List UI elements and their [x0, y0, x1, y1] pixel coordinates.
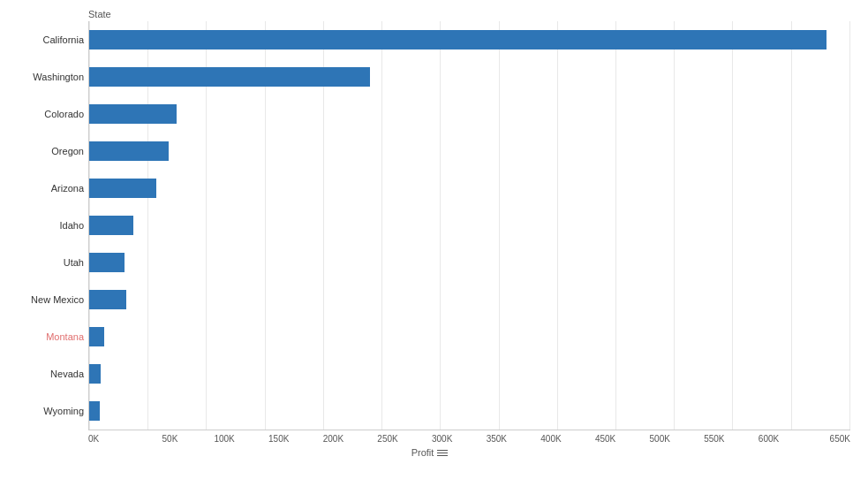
bar: [89, 253, 125, 272]
x-tick-label: 100K: [197, 434, 252, 444]
x-tick-label: 0K: [88, 434, 143, 444]
bar: [89, 104, 177, 124]
x-tick-label: 300K: [415, 434, 470, 444]
x-tick-label: 600K: [742, 434, 796, 444]
bar-row: [89, 174, 850, 202]
y-label: Washington: [9, 72, 84, 82]
x-tick-label: 550K: [687, 434, 742, 444]
bar: [89, 67, 370, 87]
y-label: Utah: [9, 258, 84, 268]
y-label: California: [9, 35, 84, 45]
x-tick-label: 400K: [524, 434, 578, 444]
chart-title: State: [88, 9, 111, 19]
bar-row: [89, 63, 850, 91]
y-label: Wyoming: [9, 407, 84, 416]
x-tick-label: 350K: [469, 434, 524, 444]
chart-title-row: State: [9, 9, 850, 19]
bar: [89, 327, 104, 346]
bar: [89, 179, 156, 198]
y-axis: CaliforniaWashingtonColoradoOregonArizon…: [9, 21, 88, 430]
bar-row: [89, 26, 850, 54]
y-label: Idaho: [9, 221, 84, 231]
x-tick-label: 250K: [360, 434, 415, 444]
x-tick-label: 150K: [252, 434, 306, 444]
bar: [89, 141, 169, 161]
y-label: Oregon: [9, 147, 84, 156]
bar-row: [89, 285, 850, 314]
x-axis-label: Profit: [411, 447, 434, 458]
filter-icon[interactable]: [437, 448, 448, 457]
bar-row: [89, 211, 850, 240]
bar-row: [89, 248, 850, 277]
x-axis: 0K50K100K150K200K250K300K350K400K450K500…: [9, 434, 850, 444]
y-label: Nevada: [9, 369, 84, 379]
bar: [89, 30, 826, 49]
x-tick-label: 50K: [143, 434, 198, 444]
bar: [89, 364, 101, 384]
x-tick-label: 500K: [632, 434, 687, 444]
bars-area: [88, 21, 850, 430]
x-tick-label: 200K: [306, 434, 361, 444]
y-label: New Mexico: [9, 295, 84, 305]
bar-row: [89, 360, 850, 388]
bar-row: [89, 137, 850, 165]
x-tick-label: 650K: [796, 434, 850, 444]
bar: [89, 216, 133, 235]
y-label: Colorado: [9, 110, 84, 119]
bar: [89, 401, 100, 421]
chart-container: State CaliforniaWashingtonColoradoOregon…: [0, 0, 868, 502]
chart-body: CaliforniaWashingtonColoradoOregonArizon…: [9, 21, 850, 430]
y-label: Arizona: [9, 184, 84, 194]
y-label: Montana: [9, 332, 84, 342]
bar-row: [89, 323, 850, 351]
x-tick-label: 450K: [578, 434, 633, 444]
bar-row: [89, 100, 850, 128]
bottom-label: Profit: [9, 447, 850, 458]
bar: [89, 290, 126, 309]
bar-row: [89, 397, 850, 425]
